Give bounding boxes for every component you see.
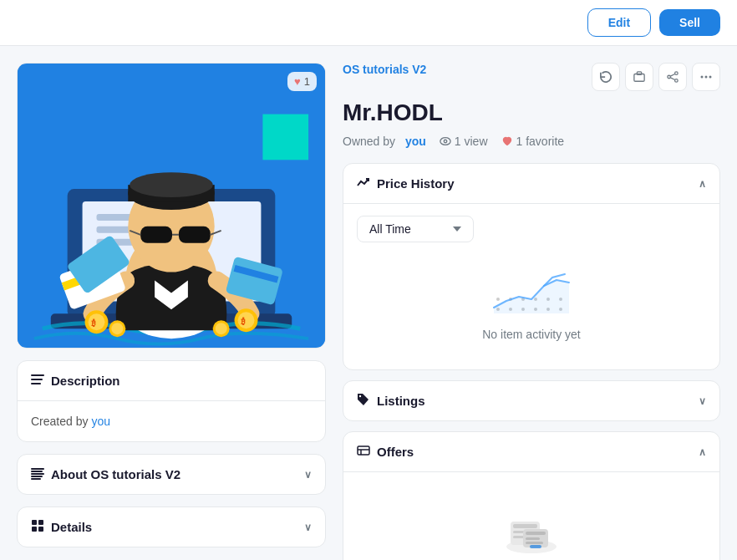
eye-icon (440, 135, 451, 147)
description-icon (31, 373, 44, 389)
svg-point-56 (440, 138, 450, 145)
details-header-left: Details (31, 519, 92, 535)
offers-header[interactable]: Offers ∧ (343, 432, 719, 471)
more-button[interactable] (692, 63, 720, 91)
svg-line-52 (670, 78, 674, 80)
svg-point-53 (701, 76, 704, 79)
meta-row: Owned by you 1 view 1 favorite (343, 135, 720, 148)
svg-rect-37 (31, 468, 44, 470)
owned-by-label: Owned by (343, 135, 395, 148)
price-history-title: Price History (377, 176, 455, 191)
right-header: OS tutorials V2 (343, 63, 720, 91)
svg-point-49 (668, 75, 671, 79)
svg-rect-34 (31, 374, 44, 376)
svg-point-70 (359, 395, 361, 397)
price-history-body: All Time (343, 203, 719, 369)
price-history-chevron: ∧ (699, 178, 706, 190)
details-card: Details ∨ (17, 507, 326, 547)
svg-rect-42 (32, 520, 37, 525)
nft-card-header: ♥ 1 (287, 72, 317, 91)
collection-link[interactable]: OS tutorials V2 (343, 63, 426, 76)
svg-text:₿: ₿ (91, 318, 96, 328)
refresh-button[interactable] (592, 63, 620, 91)
created-by-prefix: Created by (31, 415, 91, 428)
svg-point-31 (216, 323, 227, 334)
svg-line-51 (670, 74, 674, 77)
likes-count: 1 (304, 75, 310, 88)
created-by-link[interactable]: you (91, 415, 110, 428)
svg-point-55 (709, 76, 712, 79)
price-history-header[interactable]: Price History ∧ (343, 164, 719, 203)
svg-rect-80 (526, 532, 546, 535)
about-header[interactable]: About OS tutorials V2 ∨ (18, 455, 325, 494)
top-bar: Edit Sell (0, 0, 737, 46)
sell-button[interactable]: Sell (659, 9, 720, 36)
right-column: OS tutorials V2 Mr.HODL Owned (343, 63, 720, 560)
svg-rect-82 (526, 542, 543, 544)
nft-title: Mr.HODL (343, 99, 720, 126)
details-icon (31, 519, 44, 535)
price-history-section: Price History ∧ All Time (343, 163, 720, 370)
nft-image-card: ♥ 1 (17, 63, 326, 349)
offers-placeholder-icon (498, 509, 565, 559)
svg-rect-36 (31, 383, 41, 384)
views-text: 1 view (455, 135, 488, 148)
description-header[interactable]: Description (18, 361, 325, 400)
svg-rect-45 (38, 527, 43, 532)
listings-chevron: ∨ (699, 395, 706, 407)
svg-rect-39 (31, 473, 44, 475)
about-header-left: About OS tutorials V2 (31, 466, 180, 482)
chart-empty-state: No item activity yet (357, 242, 706, 358)
svg-point-54 (705, 76, 708, 79)
favorites-text: 1 favorite (516, 135, 565, 148)
price-history-header-left: Price History (357, 176, 455, 191)
listings-header-left: Listings (357, 393, 425, 409)
offers-header-left: Offers (357, 444, 414, 460)
svg-rect-71 (358, 446, 369, 455)
right-actions (592, 63, 720, 91)
svg-rect-40 (31, 476, 43, 477)
svg-point-13 (130, 172, 212, 197)
details-title: Details (51, 520, 92, 534)
offers-chevron: ∧ (699, 446, 706, 458)
svg-rect-14 (140, 227, 172, 243)
svg-rect-47 (637, 72, 641, 75)
listings-header[interactable]: Listings ∨ (343, 381, 719, 420)
owner-link[interactable]: you (405, 135, 426, 148)
views-count: 1 view (440, 135, 488, 148)
svg-rect-81 (526, 537, 540, 540)
tag-icon (357, 393, 370, 409)
details-chevron: ∨ (304, 522, 312, 533)
listings-title: Listings (377, 394, 425, 408)
svg-point-48 (675, 72, 679, 75)
left-column: ♥ 1 (17, 63, 326, 560)
offers-title: Offers (377, 445, 414, 459)
svg-rect-15 (179, 227, 211, 243)
chart-placeholder-icon (490, 267, 573, 318)
details-header[interactable]: Details ∨ (18, 507, 325, 547)
offers-empty-state: No offers yet (357, 484, 706, 560)
description-card: Description Created by you (17, 360, 326, 442)
nft-image: ₿ ₿ (18, 64, 325, 348)
about-title: About OS tutorials V2 (51, 467, 180, 481)
heart-icon: ♥ (294, 75, 301, 88)
about-chevron: ∨ (304, 469, 312, 481)
svg-rect-41 (31, 478, 41, 480)
offers-section: Offers ∧ (343, 431, 720, 560)
svg-point-57 (444, 140, 447, 143)
about-icon (31, 466, 44, 482)
main-content: ♥ 1 (0, 46, 737, 560)
svg-text:₿: ₿ (241, 317, 246, 326)
time-filter-select[interactable]: All Time (357, 216, 474, 242)
about-card: About OS tutorials V2 ∨ (17, 454, 326, 495)
present-button[interactable] (625, 63, 653, 91)
share-button[interactable] (658, 63, 687, 91)
edit-button[interactable]: Edit (587, 8, 651, 37)
svg-point-64 (496, 298, 500, 301)
listings-section: Listings ∨ (343, 380, 720, 421)
svg-point-33 (111, 323, 123, 334)
select-chevron-icon (453, 227, 461, 232)
heart-icon (501, 135, 513, 147)
trending-icon (357, 176, 370, 191)
owned-by: Owned by you (343, 135, 426, 148)
